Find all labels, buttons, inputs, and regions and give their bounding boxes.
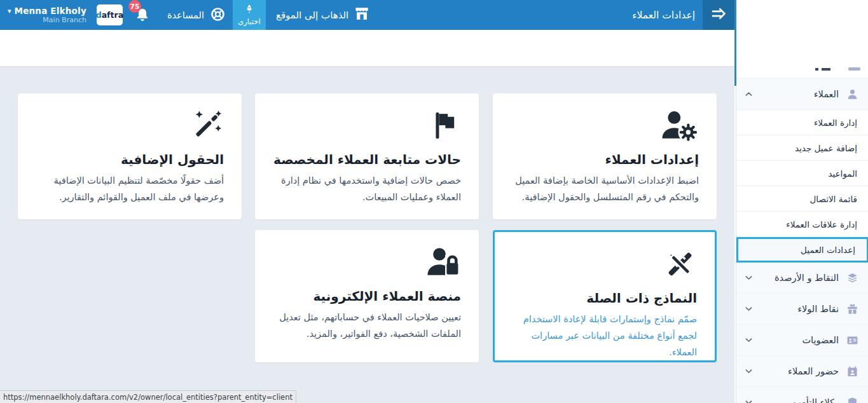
sidebar-item[interactable]: وكلاء التأمين	[736, 387, 868, 403]
rocket-icon	[245, 4, 254, 16]
card-client-settings[interactable]: إعدادات العملاء اضبط الإعدادات الأساسية …	[493, 93, 717, 219]
sidebar-item[interactable]: العضويات	[736, 325, 868, 356]
gift-icon	[846, 303, 858, 315]
shield-icon	[846, 397, 858, 403]
card-title: منصة العملاء الإلكترونية	[273, 289, 461, 304]
sidebar-item[interactable]: إضافة عميل جديد	[736, 135, 868, 161]
sidebar-item[interactable]: إدارة العملاء	[736, 110, 868, 135]
card-title: إعدادات العملاء	[511, 152, 699, 167]
card-description: أضف حقولًا مخصّصة لتنظيم البيانات الإضاف…	[36, 173, 224, 206]
trial-tab[interactable]: اختبارى	[233, 0, 266, 30]
layers-icon	[846, 272, 858, 284]
card-followup-statuses[interactable]: حالات متابعة العملاء المخصصة خصص حالات إ…	[255, 93, 479, 219]
sidebar-item[interactable]: قائمة الاتصال	[736, 186, 868, 212]
status-url: https://mennaelkholy.daftara.com/v2/owne…	[0, 390, 296, 403]
sidebar-item-label: إعدادات العميل	[801, 245, 855, 255]
go-to-site-label: الذهاب إلى الموقع	[276, 10, 348, 21]
caret-down-icon: ▾	[8, 8, 11, 15]
daftra-logo[interactable]: daftra	[97, 4, 123, 25]
chevron-up-icon	[745, 92, 754, 97]
card-related-forms[interactable]: النماذج ذات الصلة صمّم نماذج وإستمارات ق…	[493, 230, 717, 362]
sidebar-item-label: إدارة علاقات العملاء	[786, 219, 857, 229]
sidebar-item-label: العملاء	[754, 89, 839, 99]
card-client-portal[interactable]: منصة العملاء الإلكترونية تعيين صلاحيات ا…	[255, 230, 479, 362]
chevron-down-icon	[745, 306, 754, 311]
partial-menu-item-text	[815, 68, 818, 71]
chevron-down-icon	[745, 275, 754, 280]
card-description: خصص حالات إضافية واستخدمها في نظام إدارة…	[273, 173, 461, 206]
sidebar-item[interactable]: إعدادات العميل	[736, 237, 868, 263]
flag-icon	[273, 109, 461, 146]
toolbar-band	[0, 30, 734, 67]
card-title: حالات متابعة العملاء المخصصة	[273, 152, 461, 167]
help-label: المساعدة	[167, 10, 204, 20]
card-title: النماذج ذات الصلة	[513, 290, 697, 306]
user-gear-icon	[511, 109, 699, 146]
partial-menu-item	[848, 67, 860, 71]
card-description: تعيين صلاحيات العملاء في حساباتهم، مثل ت…	[273, 310, 461, 343]
sidebar-item-label: إضافة عميل جديد	[795, 143, 857, 153]
sidebar-item-label: إدارة العملاء	[814, 118, 857, 128]
chevron-down-icon	[745, 369, 754, 374]
id-card-icon	[846, 334, 858, 346]
card-title: الحقول الإضافية	[36, 152, 224, 167]
notification-badge: 75	[128, 0, 141, 13]
storefront-icon	[355, 7, 369, 23]
sidebar-item[interactable]: حضور العملاء	[736, 356, 868, 387]
help-button[interactable]: المساعدة	[167, 7, 225, 24]
sidebar-item[interactable]: نقاط الولاء	[736, 294, 868, 325]
sidebar-menu: العملاءإدارة العملاءإضافة عميل جديدالموا…	[736, 78, 868, 403]
sidebar-item[interactable]: النقاط و الأرصدة	[736, 263, 868, 294]
sidebar-item-label: المواعيد	[828, 168, 857, 179]
user-lock-icon	[273, 245, 461, 282]
sidebar-item[interactable]: إدارة علاقات العملاء	[736, 212, 868, 237]
card-description: صمّم نماذج وإستمارات قابلة لإعادة الاستخ…	[513, 311, 697, 360]
users-icon	[846, 88, 858, 100]
trial-label: اختبارى	[238, 17, 260, 26]
user-menu[interactable]: ▾ Menna Elkholy Main Branch	[8, 6, 86, 24]
chevron-down-icon	[745, 400, 754, 403]
pen-ruler-icon	[513, 247, 697, 284]
user-name: Menna Elkholy	[15, 6, 86, 16]
double-arrow-right-icon	[710, 5, 727, 25]
page-title: إعدادات العملاء	[632, 10, 695, 21]
user-branch: Main Branch	[15, 16, 86, 24]
sidebar-item[interactable]: العملاء	[736, 79, 868, 110]
card-custom-fields[interactable]: الحقول الإضافية أضف حقولًا مخصّصة لتنظيم…	[18, 93, 242, 219]
sidebar-item-label: وكلاء التأمين	[754, 397, 839, 403]
partial-menu-item-text	[822, 68, 830, 71]
magic-wand-icon	[36, 109, 224, 146]
sidebar-item-label: النقاط و الأرصدة	[754, 273, 839, 283]
sidebar-item-label: قائمة الاتصال	[810, 194, 858, 204]
sidebar-item[interactable]: المواعيد	[736, 161, 868, 186]
scrollbar-thumb[interactable]	[734, 0, 736, 86]
notifications-button[interactable]: 75	[134, 6, 151, 25]
sidebar-item-label: نقاط الولاء	[754, 304, 839, 314]
sidebar-item-label: حضور العملاء	[754, 366, 839, 376]
calendar-user-icon	[846, 365, 858, 378]
chevron-down-icon	[745, 338, 754, 343]
sidebar: العملاءإدارة العملاءإضافة عميل جديدالموا…	[736, 0, 868, 403]
sidebar-toggle-button[interactable]	[703, 0, 734, 30]
topbar: ▾ Menna Elkholy Main Branch daftra 75 ال…	[0, 0, 734, 30]
card-description: اضبط الإعدادات الأساسية الخاصة بإضافة ال…	[511, 173, 699, 206]
life-ring-icon	[210, 7, 225, 24]
sidebar-item-label: العضويات	[754, 335, 839, 345]
go-to-site-button[interactable]: الذهاب إلى الموقع	[276, 7, 369, 23]
logo-text: aftra	[102, 10, 123, 20]
